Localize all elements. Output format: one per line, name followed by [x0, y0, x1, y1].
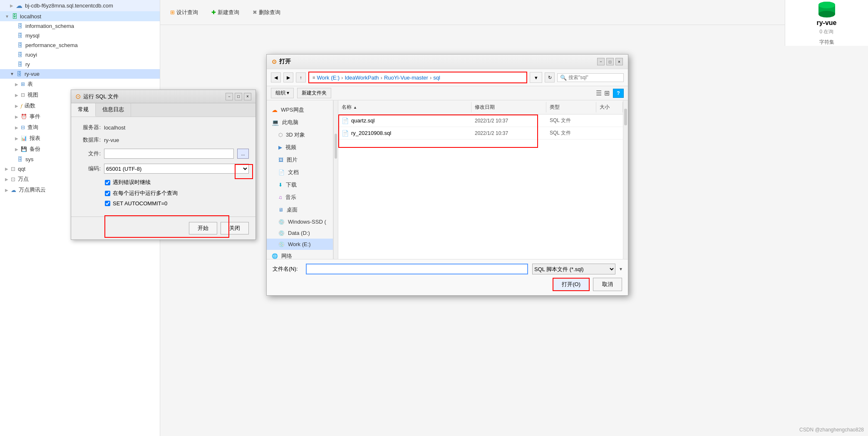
file-dialog-minimize-btn[interactable]: － — [597, 58, 605, 65]
db-value: ry-vue — [104, 137, 119, 143]
sidebar-label-sys: sys — [25, 156, 34, 162]
sidebar-item-information-schema[interactable]: 🗄 information_schema — [0, 21, 160, 31]
encoding-select[interactable]: 65001 (UTF-8) — [104, 164, 249, 174]
file-item-ry[interactable]: 📄 ry_20210908.sql 2022/1/2 10:37 SQL 文件 — [338, 127, 623, 140]
run-sql-restore-btn[interactable]: □ — [235, 93, 242, 100]
sidebar-item-ruoyi[interactable]: 🗄 ruoyi — [0, 50, 160, 60]
file-name-quartz: 📄 quartz.sql — [342, 117, 475, 124]
file-item-quartz[interactable]: 📄 quartz.sql 2022/1/2 10:37 SQL 文件 — [338, 115, 623, 127]
col-type[interactable]: 类型 — [546, 102, 596, 112]
file-browse-button[interactable]: ... — [237, 149, 249, 159]
refresh-button[interactable]: ↻ — [545, 72, 555, 82]
path-sql[interactable]: sql — [433, 75, 440, 81]
sidebar-item-ry-vue[interactable]: ▼ 🗄 ry-vue — [0, 69, 160, 79]
place-image[interactable]: 🖼 图片 — [267, 154, 333, 166]
new-query-button[interactable]: ✚ 新建查询 — [208, 7, 243, 18]
path-ideaworkpath[interactable]: IdeaWorkPath — [345, 75, 379, 81]
place-image-label: 图片 — [287, 156, 298, 164]
sidebar-label-wandian-tencent: 万点腾讯云 — [19, 186, 46, 194]
path-bar[interactable]: ≡ Work (E:) › IdeaWorkPath › RuoYi-Vue-m… — [308, 72, 527, 83]
checkbox-label-3: SET AUTOCOMMIT=0 — [113, 200, 167, 207]
tab-general[interactable]: 常规 — [71, 103, 96, 117]
file-dialog-close-btn[interactable]: × — [615, 58, 623, 65]
col-date[interactable]: 修改日期 — [471, 102, 546, 112]
run-sql-title-icon: ⊙ — [75, 92, 81, 100]
path-dropdown-btn[interactable]: ▾ — [530, 72, 542, 83]
desktop-icon: 🖥 — [278, 207, 283, 213]
file-name-field[interactable] — [306, 264, 528, 274]
place-download[interactable]: ⬇ 下载 — [267, 179, 333, 191]
sql-file-icon-ry: 📄 — [342, 130, 349, 137]
place-network-label: 网络 — [281, 252, 292, 259]
checkbox-continue-on-error[interactable] — [105, 180, 110, 185]
path-sep-1: › — [341, 75, 343, 81]
organize-button[interactable]: 组织 ▾ — [271, 88, 294, 98]
places-scrollbar[interactable] — [333, 100, 338, 259]
file-name-ry: 📄 ry_20210908.sql — [342, 130, 475, 137]
run-sql-tabs: 常规 信息日志 — [71, 103, 255, 117]
checkbox-row-1: 遇到错误时继续 — [78, 179, 249, 186]
place-data-d[interactable]: 💿 Data (D:) — [267, 227, 333, 239]
place-desktop[interactable]: 🖥 桌面 — [267, 204, 333, 216]
place-pc[interactable]: 💻 此电脑 — [267, 116, 333, 129]
checkbox-label-2: 在每个运行中运行多个查询 — [113, 189, 178, 197]
db-big-icon — [816, 0, 837, 17]
sidebar-item-tables[interactable]: ▶ ⊞ 表 — [0, 79, 160, 90]
help-button[interactable]: ? — [613, 89, 624, 98]
back-button[interactable]: ◀ — [271, 72, 281, 82]
design-query-button[interactable]: ⊞ 设计查询 — [167, 7, 201, 18]
col-name[interactable]: 名称 ▲ — [338, 102, 471, 112]
search-input[interactable] — [568, 75, 618, 80]
path-pc-icon: ≡ — [312, 75, 315, 80]
sidebar-item-ry[interactable]: 🗄 ry — [0, 60, 160, 69]
checkbox-multi-query[interactable] — [105, 191, 110, 196]
path-work[interactable]: Work (E:) — [317, 75, 340, 81]
forward-button[interactable]: ▶ — [283, 72, 293, 82]
place-video[interactable]: ▶ 视频 — [267, 141, 333, 154]
list-view-icon[interactable]: ☰ — [596, 89, 602, 97]
place-doc[interactable]: 📄 文档 — [267, 166, 333, 179]
run-sql-minimize-btn[interactable]: － — [226, 93, 233, 100]
place-network[interactable]: 🌐 网络 — [267, 250, 333, 259]
file-list-scrollbar[interactable] — [623, 100, 628, 259]
view-buttons: ☰ ⊞ ? — [596, 89, 624, 98]
file-list-scrollbar-thumb — [624, 109, 627, 125]
checkbox-label-1: 遇到错误时继续 — [113, 179, 151, 186]
place-video-label: 视频 — [285, 144, 296, 151]
checkbox-row-3: SET AUTOCOMMIT=0 — [78, 200, 249, 207]
path-ruoyi[interactable]: RuoYi-Vue-master — [384, 75, 428, 81]
sidebar-item-bj-cdb[interactable]: ▶ ☁ bj-cdb-f6yz8mna.sql.tencentcdb.com — [0, 0, 160, 11]
file-dialog-restore-btn[interactable]: □ — [606, 58, 614, 65]
checkbox-autocommit[interactable] — [105, 201, 110, 206]
up-button[interactable]: ↑ — [296, 72, 306, 82]
file-input[interactable] — [104, 149, 234, 159]
run-sql-body: 服务器: localhost 数据库: ry-vue 文件: ... 编码: 6… — [71, 117, 255, 217]
run-sql-title-area: ⊙ 运行 SQL 文件 — [75, 92, 119, 100]
place-3d[interactable]: ⬡ 3D 对象 — [267, 129, 333, 141]
open-button[interactable]: 打开(O) — [553, 278, 590, 291]
sidebar-item-perf-schema[interactable]: 🗄 performance_schema — [0, 40, 160, 50]
pc-icon: 💻 — [272, 119, 279, 126]
place-music[interactable]: ♫ 音乐 — [267, 191, 333, 204]
place-pc-label: 此电脑 — [282, 119, 298, 126]
run-sql-close-btn[interactable]: × — [244, 93, 251, 100]
file-type-select[interactable]: SQL 脚本文件 (*.sql) — [532, 264, 615, 274]
place-wps[interactable]: ☁ WPS网盘 — [267, 104, 333, 116]
sidebar-item-localhost[interactable]: ▼ 🗄 localhost — [0, 11, 160, 21]
main-toolbar: ⊞ 设计查询 ✚ 新建查询 ✖ 删除查询 🔍 — [160, 0, 868, 25]
new-folder-button[interactable]: 新建文件夹 — [297, 88, 331, 98]
col-size[interactable]: 大小 — [596, 102, 623, 112]
file-name-row: 文件名(N): SQL 脚本文件 (*.sql) ▾ — [273, 264, 622, 274]
close-button[interactable]: 关闭 — [221, 222, 249, 234]
file-list-container: 名称 ▲ 修改日期 类型 大小 📄 quartz.sql — [338, 100, 623, 259]
wps-icon: ☁ — [272, 107, 278, 113]
sidebar-item-mysql[interactable]: 🗄 mysql — [0, 31, 160, 40]
cancel-button[interactable]: 取消 — [593, 278, 622, 291]
grid-view-icon[interactable]: ⊞ — [604, 89, 610, 97]
place-windows-ssd[interactable]: 💿 Windows-SSD ( — [267, 216, 333, 227]
start-button[interactable]: 开始 — [189, 222, 217, 234]
place-work-e[interactable]: 💿 Work (E:) — [267, 239, 333, 250]
tab-log[interactable]: 信息日志 — [96, 103, 131, 117]
delete-query-button[interactable]: ✖ 删除查询 — [249, 7, 284, 18]
view-icons: ☰ ⊞ — [596, 89, 610, 98]
